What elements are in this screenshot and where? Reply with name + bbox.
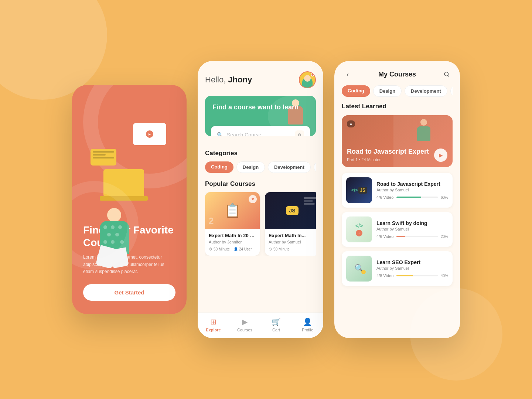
- phone-home: Hello, Jhony Find a course want to learn: [198, 61, 323, 338]
- nav-cart[interactable]: 🛒 Cart: [260, 317, 292, 332]
- progress-pct-2: 20%: [441, 235, 448, 239]
- pill-coding[interactable]: Coding: [205, 161, 233, 173]
- course-card-2[interactable]: JS Expert Math In... Au: [265, 192, 316, 256]
- course-item-author-3: Author by Samuel: [376, 266, 448, 270]
- course-thumb-1: 📋 ♥ 2: [205, 192, 260, 229]
- play-icon: ▶: [146, 130, 153, 138]
- search-icon-svg: [443, 71, 450, 78]
- screen-card: ▶: [133, 123, 166, 145]
- get-started-button[interactable]: Get Started: [83, 284, 175, 301]
- course-item-title-3: Learn SEO Expert: [376, 259, 448, 265]
- greeting-text: Hello, Jhony: [205, 75, 252, 85]
- course-item-info-3: Learn SEO Expert Author by Samuel 4/8 Vi…: [376, 259, 448, 278]
- deco-number: 2: [209, 216, 214, 226]
- nav-profile[interactable]: 👤 Profile: [292, 317, 323, 332]
- seo-thumb-inner: 🔍: [346, 256, 372, 282]
- hero-course-info: Road to Javascript Expert Part 1 • 24 Mi…: [347, 148, 429, 162]
- filter-icon[interactable]: ⚙: [295, 130, 304, 136]
- pill-development[interactable]: Development: [268, 161, 311, 173]
- phone-courses: ‹ My Courses Coding Design Development W…: [334, 61, 460, 338]
- duration-text-2: 50 Minute: [273, 247, 290, 251]
- courses-row: 📋 ♥ 2 Expert Math In 20 Mi... Author by …: [205, 192, 316, 256]
- code-lines: [304, 197, 316, 205]
- tab-coding[interactable]: Coding: [342, 85, 370, 97]
- progress-track-1: [396, 197, 438, 198]
- popular-title: Popular Courses: [205, 180, 316, 188]
- username-text: Jhony: [228, 75, 252, 84]
- tab-development[interactable]: Development: [405, 85, 447, 97]
- search-icon: 🔍: [217, 132, 223, 136]
- video-info-1: 4/6 Video: [376, 195, 393, 200]
- text-line-2: [93, 154, 106, 156]
- math-thumbnail: 📋 ♥ 2: [205, 192, 260, 229]
- dot-3: [118, 225, 122, 229]
- latest-learned-title: Latest Learned: [342, 103, 453, 110]
- clock-icon: ⏱: [209, 247, 212, 251]
- js-code-display: </> JS: [351, 187, 367, 194]
- hero-play-button[interactable]: ▶: [434, 149, 447, 162]
- bottom-nav: ⊞ Explore ▶ Courses 🛒 Cart 👤 Profile: [198, 313, 323, 338]
- course-thumb-seo: 🔍: [346, 256, 372, 282]
- text-line-3: [93, 157, 114, 158]
- pill-design[interactable]: Design: [236, 161, 265, 173]
- splash-description: Lorem ipsum dolor sit amet, consectetur …: [83, 254, 175, 275]
- code-tag-swift: </>: [355, 223, 363, 229]
- video-indicator: ●: [347, 120, 355, 127]
- splash-content: Find Your Favorite Course Lorem ipsum do…: [83, 220, 175, 301]
- seo-icon-wrap: 🔍: [354, 264, 364, 273]
- back-button[interactable]: ‹: [342, 68, 354, 80]
- course-list-item-1[interactable]: </> JS Road to Javascript Expert Author …: [342, 173, 453, 208]
- pill-we[interactable]: We...: [314, 161, 316, 173]
- user-avatar[interactable]: [299, 71, 316, 88]
- hero-course-meta: Part 1 • 24 Minutes: [347, 157, 429, 162]
- course-thumb-js: </> JS: [346, 177, 372, 203]
- course-thumb-swift: </> ›: [346, 216, 372, 242]
- course-list-item-3[interactable]: 🔍 Learn SEO Expert Author by Samuel 4/8 …: [342, 251, 453, 286]
- phone-splash: ▶: [72, 85, 187, 314]
- courses-screen: ‹ My Courses Coding Design Development W…: [334, 61, 460, 338]
- duration-1: ⏱ 50 Minute: [209, 247, 230, 251]
- explore-label: Explore: [206, 328, 221, 332]
- swift-logo: ›: [356, 230, 362, 236]
- course-item-title-1: Road to Javascript Expert: [376, 181, 448, 187]
- nav-explore[interactable]: ⊞ Explore: [198, 317, 229, 332]
- progress-fill-1: [396, 197, 421, 198]
- swift-thumb-inner: </> ›: [346, 216, 372, 242]
- heart-badge: ♥: [249, 195, 257, 203]
- duration-text-1: 50 Minute: [214, 247, 230, 251]
- progress-pct-3: 40%: [441, 274, 448, 278]
- course-item-author-2: Author by Samuel: [376, 227, 448, 231]
- dot-1: [103, 225, 107, 229]
- course-meta-2: ⏱ 50 Minute: [269, 247, 316, 251]
- hello-prefix: Hello,: [205, 75, 228, 84]
- video-info-3: 4/8 Video: [376, 273, 393, 278]
- course-thumb-2: JS: [265, 192, 316, 229]
- dot-5: [115, 233, 119, 236]
- search-button[interactable]: [441, 68, 453, 80]
- progress-fill-2: [396, 236, 405, 237]
- categories-section: Categories Coding Design Development We.…: [205, 150, 316, 173]
- person-head: [107, 208, 121, 222]
- progress-row-1: 4/6 Video 60%: [376, 195, 448, 200]
- categories-title: Categories: [205, 150, 316, 157]
- tab-we[interactable]: We...: [450, 85, 453, 97]
- svg-line-1: [448, 75, 449, 76]
- home-screen: Hello, Jhony Find a course want to learn: [198, 61, 323, 338]
- course-title-2: Expert Math In...: [269, 233, 316, 238]
- course-card-1[interactable]: 📋 ♥ 2 Expert Math In 20 Mi... Author by …: [205, 192, 260, 256]
- courses-label: Courses: [237, 328, 252, 332]
- person-torso: [100, 221, 129, 254]
- dot-6: [103, 240, 107, 244]
- progress-row-2: 4/6 Video 20%: [376, 234, 448, 239]
- hero-illustration: [417, 119, 430, 141]
- hero-course-title: Road to Javascript Expert: [347, 148, 429, 156]
- hero-course-card[interactable]: ● Road to Javascript Expert Part 1 • 24 …: [342, 115, 453, 167]
- tab-design[interactable]: Design: [373, 85, 402, 97]
- video-dot: ●: [350, 122, 352, 126]
- cart-label: Cart: [272, 328, 280, 332]
- search-bar[interactable]: 🔍 Search Course ⚙: [211, 126, 310, 136]
- nav-courses[interactable]: ▶ Courses: [229, 317, 260, 332]
- clock-icon-2: ⏱: [269, 247, 272, 251]
- home-content: Hello, Jhony Find a course want to learn: [198, 61, 323, 313]
- course-list-item-2[interactable]: </> › Learn Swift by doing Author by Sam…: [342, 212, 453, 247]
